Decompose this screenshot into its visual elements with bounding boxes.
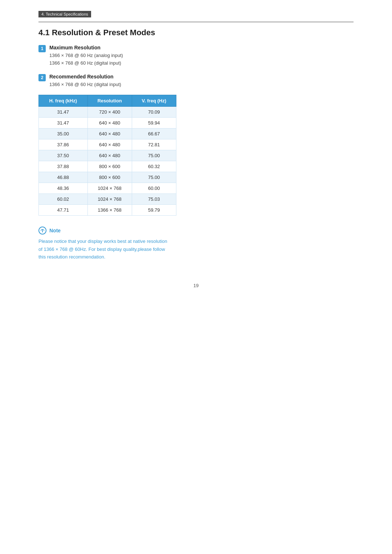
item-content-1: Maximum Resolution 1366 × 768 @ 60 Hz (a…: [49, 45, 354, 67]
item-heading-2: Recommended Resolution: [49, 74, 354, 80]
table-row: 31.47640 × 48059.94: [39, 118, 176, 129]
preset-table: H. freq (kHz) Resolution V. freq (Hz) 31…: [38, 95, 176, 216]
table-cell-9-2: 59.79: [132, 205, 176, 216]
item-badge-2: 2: [38, 74, 46, 81]
section-title: 4.1 Resolution & Preset Modes: [38, 28, 354, 37]
table-row: 31.47720 × 40070.09: [39, 107, 176, 118]
table-cell-0-0: 31.47: [39, 107, 88, 118]
table-cell-5-2: 60.32: [132, 161, 176, 172]
table-cell-7-2: 60.00: [132, 183, 176, 194]
table-row: 48.361024 × 76860.00: [39, 183, 176, 194]
note-header: i Note: [38, 227, 354, 235]
table-row: 37.88800 × 60060.32: [39, 161, 176, 172]
table-row: 46.88800 × 60075.00: [39, 172, 176, 183]
table-cell-7-1: 1024 × 768: [87, 183, 132, 194]
table-cell-0-2: 70.09: [132, 107, 176, 118]
table-row: 35.00640 × 48066.67: [39, 129, 176, 139]
item-desc-1a: 1366 × 768 @ 60 Hz (analog input): [49, 52, 354, 60]
table-row: 37.50640 × 48075.00: [39, 150, 176, 161]
table-cell-4-1: 640 × 480: [87, 150, 132, 161]
table-header-vfreq: V. freq (Hz): [132, 95, 176, 107]
note-title: Note: [49, 228, 61, 233]
table-cell-3-1: 640 × 480: [87, 139, 132, 150]
table-cell-8-2: 75.03: [132, 194, 176, 205]
table-cell-6-2: 75.00: [132, 172, 176, 183]
table-cell-4-0: 37.50: [39, 150, 88, 161]
table-cell-8-1: 1024 × 768: [87, 194, 132, 205]
item-heading-1: Maximum Resolution: [49, 45, 354, 50]
table-cell-0-1: 720 × 400: [87, 107, 132, 118]
table-cell-3-0: 37.86: [39, 139, 88, 150]
table-cell-3-2: 72.81: [132, 139, 176, 150]
table-row: 47.711366 × 76859.79: [39, 205, 176, 216]
table-cell-7-0: 48.36: [39, 183, 88, 194]
table-row: 37.86640 × 48072.81: [39, 139, 176, 150]
table-cell-9-1: 1366 × 768: [87, 205, 132, 216]
section-divider: [38, 22, 354, 22]
table-cell-2-1: 640 × 480: [87, 129, 132, 139]
table-cell-9-0: 47.71: [39, 205, 88, 216]
table-cell-6-1: 800 × 600: [87, 172, 132, 183]
table-cell-2-0: 35.00: [39, 129, 88, 139]
item-badge-1: 1: [38, 45, 46, 52]
note-text: Please notice that your display works be…: [38, 237, 169, 261]
table-cell-5-0: 37.88: [39, 161, 88, 172]
table-cell-5-1: 800 × 600: [87, 161, 132, 172]
item-content-2: Recommended Resolution 1366 × 768 @ 60 H…: [49, 74, 354, 89]
recommended-resolution-item: 2 Recommended Resolution 1366 × 768 @ 60…: [38, 74, 354, 89]
max-resolution-item: 1 Maximum Resolution 1366 × 768 @ 60 Hz …: [38, 45, 354, 67]
table-cell-1-1: 640 × 480: [87, 118, 132, 129]
table-cell-2-2: 66.67: [132, 129, 176, 139]
table-cell-4-2: 75.00: [132, 150, 176, 161]
table-cell-1-0: 31.47: [39, 118, 88, 129]
page-number: 19: [38, 283, 354, 288]
breadcrumb: 4. Technical Specifications: [38, 11, 91, 17]
item-desc-2a: 1366 × 768 @ 60 Hz (digital input): [49, 81, 354, 89]
table-row: 60.021024 × 76875.03: [39, 194, 176, 205]
table-header-resolution: Resolution: [87, 95, 132, 107]
svg-text:i: i: [42, 228, 43, 233]
note-icon: i: [38, 227, 46, 235]
note-section: i Note Please notice that your display w…: [38, 227, 354, 261]
table-header-hfreq: H. freq (kHz): [39, 95, 88, 107]
table-cell-6-0: 46.88: [39, 172, 88, 183]
table-cell-8-0: 60.02: [39, 194, 88, 205]
table-cell-1-2: 59.94: [132, 118, 176, 129]
item-desc-1b: 1366 × 768 @ 60 Hz (digital input): [49, 60, 354, 67]
